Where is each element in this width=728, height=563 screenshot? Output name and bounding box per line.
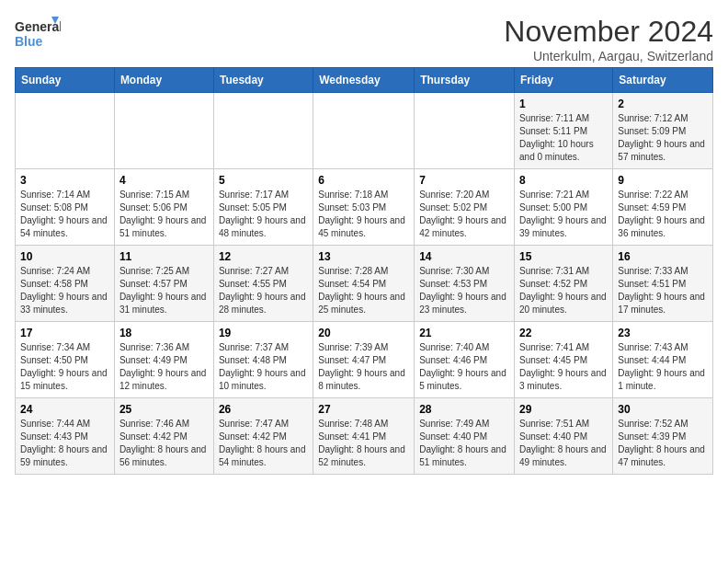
- calendar-cell: 23Sunrise: 7:43 AMSunset: 4:44 PMDayligh…: [613, 322, 713, 398]
- calendar-cell: 28Sunrise: 7:49 AMSunset: 4:40 PMDayligh…: [415, 398, 515, 475]
- logo-svg: General Blue: [15, 15, 61, 55]
- day-info: Sunrise: 7:15 AMSunset: 5:06 PMDaylight:…: [119, 189, 209, 240]
- day-info: Sunrise: 7:27 AMSunset: 4:55 PMDaylight:…: [219, 265, 308, 316]
- location-subtitle: Unterkulm, Aargau, Switzerland: [504, 49, 713, 63]
- day-info: Sunrise: 7:48 AMSunset: 4:41 PMDaylight:…: [318, 418, 409, 469]
- day-number: 5: [219, 174, 308, 187]
- day-number: 21: [419, 327, 509, 339]
- weekday-header-friday: Friday: [515, 68, 613, 93]
- day-number: 9: [618, 174, 708, 187]
- day-number: 13: [318, 250, 409, 263]
- calendar-cell: 19Sunrise: 7:37 AMSunset: 4:48 PMDayligh…: [213, 322, 313, 398]
- day-info: Sunrise: 7:49 AMSunset: 4:40 PMDaylight:…: [419, 418, 509, 469]
- day-number: 7: [419, 174, 509, 187]
- day-info: Sunrise: 7:12 AMSunset: 5:09 PMDaylight:…: [618, 112, 708, 164]
- month-title: November 2024: [504, 15, 713, 49]
- day-info: Sunrise: 7:18 AMSunset: 5:03 PMDaylight:…: [318, 189, 409, 240]
- calendar-cell: 9Sunrise: 7:22 AMSunset: 4:59 PMDaylight…: [613, 169, 713, 246]
- day-info: Sunrise: 7:52 AMSunset: 4:39 PMDaylight:…: [618, 418, 708, 469]
- day-number: 2: [618, 98, 708, 110]
- calendar-cell: 1Sunrise: 7:11 AMSunset: 5:11 PMDaylight…: [515, 93, 613, 169]
- calendar-cell: [213, 93, 313, 169]
- weekday-header-wednesday: Wednesday: [313, 68, 415, 93]
- weekday-header-thursday: Thursday: [415, 68, 515, 93]
- day-number: 22: [519, 327, 608, 339]
- day-number: 1: [519, 98, 608, 110]
- day-info: Sunrise: 7:39 AMSunset: 4:47 PMDaylight:…: [318, 341, 409, 393]
- calendar-cell: 5Sunrise: 7:17 AMSunset: 5:05 PMDaylight…: [213, 169, 313, 246]
- day-number: 18: [119, 327, 209, 339]
- day-number: 27: [318, 403, 409, 416]
- day-info: Sunrise: 7:37 AMSunset: 4:48 PMDaylight:…: [219, 341, 308, 393]
- calendar-cell: 16Sunrise: 7:33 AMSunset: 4:51 PMDayligh…: [613, 246, 713, 322]
- day-number: 14: [419, 250, 509, 263]
- calendar-cell: 8Sunrise: 7:21 AMSunset: 5:00 PMDaylight…: [515, 169, 613, 246]
- day-number: 19: [219, 327, 308, 339]
- day-info: Sunrise: 7:24 AMSunset: 4:58 PMDaylight:…: [20, 265, 109, 316]
- day-number: 30: [618, 403, 708, 416]
- day-number: 11: [119, 250, 209, 263]
- calendar-cell: [16, 93, 115, 169]
- day-number: 15: [519, 250, 608, 263]
- calendar-cell: [415, 93, 515, 169]
- calendar-cell: 18Sunrise: 7:36 AMSunset: 4:49 PMDayligh…: [114, 322, 213, 398]
- day-info: Sunrise: 7:28 AMSunset: 4:54 PMDaylight:…: [318, 265, 409, 316]
- calendar-cell: 7Sunrise: 7:20 AMSunset: 5:02 PMDaylight…: [415, 169, 515, 246]
- day-info: Sunrise: 7:40 AMSunset: 4:46 PMDaylight:…: [419, 341, 509, 393]
- day-info: Sunrise: 7:43 AMSunset: 4:44 PMDaylight:…: [618, 341, 708, 393]
- calendar-cell: 29Sunrise: 7:51 AMSunset: 4:40 PMDayligh…: [515, 398, 613, 475]
- svg-text:Blue: Blue: [15, 34, 43, 49]
- day-info: Sunrise: 7:21 AMSunset: 5:00 PMDaylight:…: [519, 189, 608, 240]
- day-number: 20: [318, 327, 409, 339]
- calendar-cell: 6Sunrise: 7:18 AMSunset: 5:03 PMDaylight…: [313, 169, 415, 246]
- calendar-cell: 15Sunrise: 7:31 AMSunset: 4:52 PMDayligh…: [515, 246, 613, 322]
- calendar-cell: 21Sunrise: 7:40 AMSunset: 4:46 PMDayligh…: [415, 322, 515, 398]
- day-number: 4: [119, 174, 209, 187]
- day-number: 3: [20, 174, 109, 187]
- calendar-cell: 20Sunrise: 7:39 AMSunset: 4:47 PMDayligh…: [313, 322, 415, 398]
- calendar-cell: 12Sunrise: 7:27 AMSunset: 4:55 PMDayligh…: [213, 246, 313, 322]
- calendar-cell: 2Sunrise: 7:12 AMSunset: 5:09 PMDaylight…: [613, 93, 713, 169]
- day-info: Sunrise: 7:11 AMSunset: 5:11 PMDaylight:…: [519, 112, 608, 164]
- day-info: Sunrise: 7:31 AMSunset: 4:52 PMDaylight:…: [519, 265, 608, 316]
- day-info: Sunrise: 7:44 AMSunset: 4:43 PMDaylight:…: [20, 418, 109, 469]
- day-number: 10: [20, 250, 109, 263]
- day-number: 17: [20, 327, 109, 339]
- day-number: 26: [219, 403, 308, 416]
- day-info: Sunrise: 7:14 AMSunset: 5:08 PMDaylight:…: [20, 189, 109, 240]
- day-info: Sunrise: 7:25 AMSunset: 4:57 PMDaylight:…: [119, 265, 209, 316]
- day-info: Sunrise: 7:46 AMSunset: 4:42 PMDaylight:…: [119, 418, 209, 469]
- title-block: November 2024 Unterkulm, Aargau, Switzer…: [504, 15, 713, 63]
- logo: General Blue: [15, 15, 61, 55]
- calendar-cell: [313, 93, 415, 169]
- day-info: Sunrise: 7:22 AMSunset: 4:59 PMDaylight:…: [618, 189, 708, 240]
- day-info: Sunrise: 7:51 AMSunset: 4:40 PMDaylight:…: [519, 418, 608, 469]
- header: General Blue November 2024 Unterkulm, Aa…: [15, 15, 713, 63]
- calendar-cell: 4Sunrise: 7:15 AMSunset: 5:06 PMDaylight…: [114, 169, 213, 246]
- calendar-cell: 25Sunrise: 7:46 AMSunset: 4:42 PMDayligh…: [114, 398, 213, 475]
- calendar-cell: 13Sunrise: 7:28 AMSunset: 4:54 PMDayligh…: [313, 246, 415, 322]
- calendar-cell: 3Sunrise: 7:14 AMSunset: 5:08 PMDaylight…: [16, 169, 115, 246]
- calendar-cell: 27Sunrise: 7:48 AMSunset: 4:41 PMDayligh…: [313, 398, 415, 475]
- calendar-cell: 24Sunrise: 7:44 AMSunset: 4:43 PMDayligh…: [16, 398, 115, 475]
- weekday-header-saturday: Saturday: [613, 68, 713, 93]
- day-number: 25: [119, 403, 209, 416]
- day-number: 28: [419, 403, 509, 416]
- day-info: Sunrise: 7:20 AMSunset: 5:02 PMDaylight:…: [419, 189, 509, 240]
- day-number: 23: [618, 327, 708, 339]
- day-info: Sunrise: 7:47 AMSunset: 4:42 PMDaylight:…: [219, 418, 308, 469]
- calendar-table: SundayMondayTuesdayWednesdayThursdayFrid…: [15, 67, 713, 475]
- day-info: Sunrise: 7:17 AMSunset: 5:05 PMDaylight:…: [219, 189, 308, 240]
- weekday-header-monday: Monday: [114, 68, 213, 93]
- day-info: Sunrise: 7:41 AMSunset: 4:45 PMDaylight:…: [519, 341, 608, 393]
- day-info: Sunrise: 7:36 AMSunset: 4:49 PMDaylight:…: [119, 341, 209, 393]
- day-number: 8: [519, 174, 608, 187]
- calendar-cell: [114, 93, 213, 169]
- day-info: Sunrise: 7:34 AMSunset: 4:50 PMDaylight:…: [20, 341, 109, 393]
- calendar-cell: 14Sunrise: 7:30 AMSunset: 4:53 PMDayligh…: [415, 246, 515, 322]
- calendar-cell: 17Sunrise: 7:34 AMSunset: 4:50 PMDayligh…: [16, 322, 115, 398]
- calendar-cell: 10Sunrise: 7:24 AMSunset: 4:58 PMDayligh…: [16, 246, 115, 322]
- calendar-cell: 22Sunrise: 7:41 AMSunset: 4:45 PMDayligh…: [515, 322, 613, 398]
- day-info: Sunrise: 7:33 AMSunset: 4:51 PMDaylight:…: [618, 265, 708, 316]
- day-number: 24: [20, 403, 109, 416]
